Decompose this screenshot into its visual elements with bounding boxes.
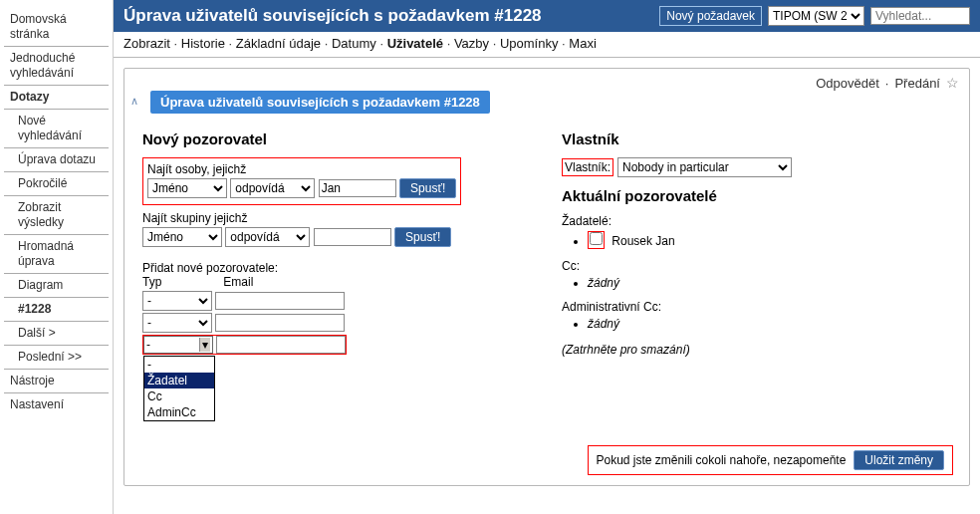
col-type-label: Typ xyxy=(142,275,220,289)
sidebar: Domovská stránka Jednoduché vyhledávání … xyxy=(0,0,114,514)
heading-owner: Vlastník xyxy=(562,130,951,147)
type-select-2[interactable]: - xyxy=(142,313,212,333)
cc-none: žádný xyxy=(588,276,951,290)
dd-opt-admincc[interactable]: AdminCc xyxy=(144,404,214,420)
cc-label: Cc: xyxy=(562,259,951,273)
dd-opt-blank[interactable]: - xyxy=(144,357,214,373)
dd-opt-requestor[interactable]: Žadatel xyxy=(144,373,214,388)
sidebar-item-ticket-1228[interactable]: #1228 xyxy=(4,298,109,322)
requestor-delete-checkbox[interactable] xyxy=(590,232,603,245)
save-bar: Pokud jste změnili cokoli nahoře, nezapo… xyxy=(588,445,954,475)
subnav-dates[interactable]: Datumy xyxy=(332,36,376,51)
subnav-history[interactable]: Historie xyxy=(181,36,225,51)
find-groups-label: Najít skupiny jejichž xyxy=(142,211,247,225)
panel-tab: Úprava uživatelů souvisejících s požadav… xyxy=(150,91,490,114)
type-select-3-open[interactable]: -▾ - Žadatel Cc AdminCc xyxy=(143,336,213,354)
email-input-2[interactable] xyxy=(215,314,345,332)
requestor-item: Rousek Jan xyxy=(588,231,951,249)
sidebar-item-tools[interactable]: Nástroje xyxy=(4,370,109,393)
left-column: Nový pozorovatel Najít osoby, jejichž Jm… xyxy=(142,123,532,357)
people-field-select[interactable]: Jméno xyxy=(147,178,227,198)
run-groups-button[interactable]: Spusť! xyxy=(394,227,451,247)
heading-current-watchers: Aktuální pozorovatelé xyxy=(562,187,951,204)
admincc-label: Administrativní Cc: xyxy=(562,300,951,314)
action-reply[interactable]: Odpovědět xyxy=(816,76,879,91)
owner-label: Vlastník: xyxy=(562,158,613,176)
search-input[interactable] xyxy=(870,7,970,25)
run-people-button[interactable]: Spusť! xyxy=(399,178,456,198)
chevron-down-icon: ▾ xyxy=(199,338,210,352)
find-people-box: Najít osoby, jejichž Jméno odpovídá Spus… xyxy=(142,157,461,205)
subnav-show[interactable]: Zobrazit xyxy=(123,36,170,51)
sidebar-item-next[interactable]: Další > xyxy=(4,322,109,346)
email-input-3[interactable] xyxy=(216,336,346,354)
sidebar-item-new-search[interactable]: Nové vyhledávání xyxy=(4,110,109,148)
sidebar-item-advanced[interactable]: Pokročilé xyxy=(4,172,109,196)
subnav-maxi[interactable]: Maxi xyxy=(569,36,596,51)
email-input-1[interactable] xyxy=(215,292,345,310)
page-title: Úprava uživatelů souvisejících s požadav… xyxy=(123,6,659,26)
people-op-select[interactable]: odpovídá xyxy=(230,178,315,198)
admincc-none: žádný xyxy=(588,317,951,331)
type-row-3-box: -▾ - Žadatel Cc AdminCc xyxy=(142,335,347,355)
sidebar-item-show-results[interactable]: Zobrazit výsledky xyxy=(4,196,109,235)
collapse-icon[interactable]: ∧ xyxy=(130,95,138,108)
sidebar-item-edit-query[interactable]: Úprava dotazu xyxy=(4,148,109,172)
sidebar-item-queries[interactable]: Dotazy xyxy=(4,86,109,110)
save-button[interactable]: Uložit změny xyxy=(854,450,944,470)
type-select-1[interactable]: - xyxy=(142,291,212,311)
add-observers-label: Přidat nové pozorovatele: xyxy=(142,261,532,275)
right-column: Vlastník Vlastník: Nobody in particular … xyxy=(562,123,951,357)
groups-op-select[interactable]: odpovídá xyxy=(225,227,310,247)
subnav-links[interactable]: Vazby xyxy=(454,36,489,51)
heading-new-observer: Nový pozorovatel xyxy=(142,130,532,147)
sidebar-item-simple-search[interactable]: Jednoduché vyhledávání xyxy=(4,47,109,86)
requestor-name: Rousek Jan xyxy=(612,234,674,248)
find-people-label: Najít osoby, jejichž xyxy=(147,162,246,176)
subnav: Zobrazit · Historie · Základní údaje · D… xyxy=(114,32,980,58)
delete-hint: (Zatrhněte pro smazání) xyxy=(562,343,951,357)
requestor-delete-box xyxy=(588,231,605,249)
groups-field-select[interactable]: Jméno xyxy=(142,227,222,247)
sidebar-item-last[interactable]: Poslední >> xyxy=(4,346,109,370)
col-email-label: Email xyxy=(223,275,253,289)
subnav-basics[interactable]: Základní údaje xyxy=(236,36,321,51)
main-panel: Odpovědět · Předání ☆ ∧ Úprava uživatelů… xyxy=(123,68,970,486)
star-icon[interactable]: ☆ xyxy=(946,75,959,91)
subnav-users[interactable]: Uživatelé xyxy=(387,36,443,51)
sidebar-item-home[interactable]: Domovská stránka xyxy=(4,8,109,47)
type-select-3-list: - Žadatel Cc AdminCc xyxy=(143,356,215,421)
action-forward[interactable]: Předání xyxy=(894,76,940,91)
queue-select[interactable]: TIPOM (SW 2 xyxy=(768,6,864,26)
save-hint: Pokud jste změnili cokoli nahoře, nezapo… xyxy=(597,453,847,467)
page-header: Úprava uživatelů souvisejících s požadav… xyxy=(114,0,980,32)
sidebar-item-settings[interactable]: Nastavení xyxy=(4,393,109,416)
groups-value-input[interactable] xyxy=(314,228,391,246)
requestors-label: Žadatelé: xyxy=(562,214,951,228)
dd-opt-cc[interactable]: Cc xyxy=(144,388,214,404)
owner-select[interactable]: Nobody in particular xyxy=(617,157,792,177)
sidebar-item-diagram[interactable]: Diagram xyxy=(4,274,109,298)
people-value-input[interactable] xyxy=(319,179,396,197)
sidebar-item-bulk-edit[interactable]: Hromadná úprava xyxy=(4,235,109,274)
new-request-button[interactable]: Nový požadavek xyxy=(659,6,762,26)
subnav-reminders[interactable]: Upomínky xyxy=(500,36,559,51)
